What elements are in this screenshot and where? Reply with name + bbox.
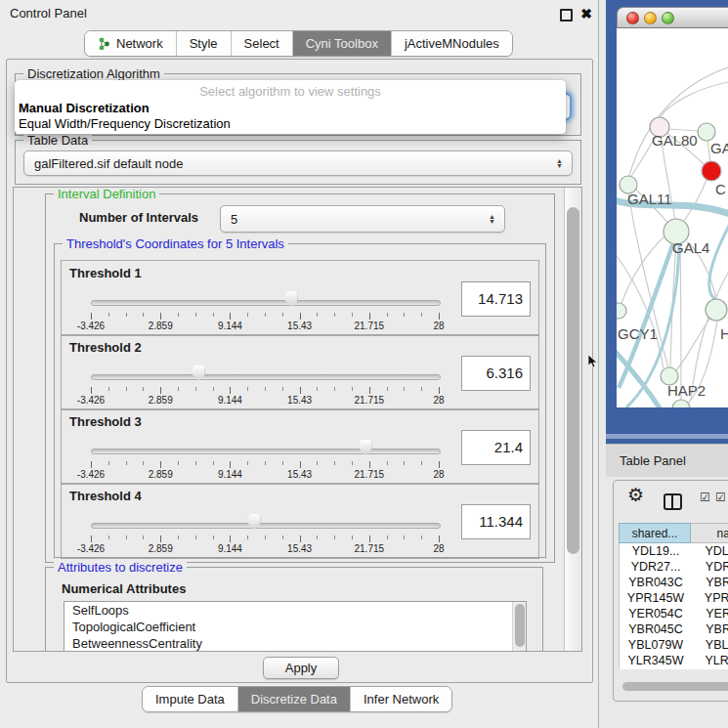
tab-jactivemnodules-label: jActiveMNodules xyxy=(405,36,499,51)
table-panel-title: Table Panel xyxy=(620,445,686,477)
cell-shared: YBR045C xyxy=(620,621,692,637)
slider-axis-labels: -3.426 2.859 9.144 15.43 21.715 28 xyxy=(91,543,439,555)
float-window-icon[interactable] xyxy=(560,9,573,21)
table-row[interactable]: YDL19...YDL194W xyxy=(620,543,728,559)
interval-definition-group: Interval Definition Number of Intervals … xyxy=(45,193,555,563)
checkbox-icon[interactable]: ☑ xyxy=(700,491,710,504)
table-row[interactable]: YER054CYER054C xyxy=(620,606,728,621)
scrollpane-scrollbar-track[interactable] xyxy=(564,188,581,651)
table-row[interactable]: YIL052CYIL052C xyxy=(620,668,728,669)
axis-tick: 21.715 xyxy=(355,469,385,480)
number-of-intervals-combobox[interactable]: 5 ▲▼ xyxy=(220,205,505,233)
cell-shared: YDL19... xyxy=(620,543,692,559)
threshold-4-value-field[interactable]: 11.344 xyxy=(461,504,531,539)
table-hscrollbar-thumb[interactable] xyxy=(622,682,728,691)
apply-button[interactable]: Apply xyxy=(263,657,339,679)
algorithm-option-equal-width[interactable]: Equal Width/Frequency Discretization xyxy=(19,116,231,131)
table-data-combobox[interactable]: galFiltered.sif default node ▲▼ xyxy=(23,150,573,176)
axis-tick: 15.43 xyxy=(287,321,312,331)
tab-impute-data-label: Impute Data xyxy=(155,692,225,707)
table-row[interactable]: YBR045CYBR045C xyxy=(620,621,728,637)
tab-jactivemnodules[interactable]: jActiveMNodules xyxy=(391,31,512,56)
algorithm-popup-hint[interactable]: Select algorithm to view settings xyxy=(15,84,566,99)
cell-name: YER054C xyxy=(692,606,728,621)
threshold-2-value-field[interactable]: 6.316 xyxy=(461,356,531,391)
threshold-2-slider-thumb[interactable] xyxy=(193,365,205,381)
numerical-attributes-list: SelfLoops TopologicalCoefficient Between… xyxy=(64,601,527,652)
window-title: Control Panel xyxy=(10,0,87,27)
tab-network-label: Network xyxy=(116,36,163,51)
table-row[interactable]: YLR345WYLR345W xyxy=(620,653,728,668)
node-label-hap2: HAP2 xyxy=(667,382,706,399)
axis-tick: 9.144 xyxy=(218,469,242,480)
scrollpane-scrollbar-thumb[interactable] xyxy=(567,207,579,554)
threshold-4-slider-thumb[interactable] xyxy=(248,514,261,530)
tab-impute-data[interactable]: Impute Data xyxy=(143,687,237,711)
tab-network[interactable]: Network xyxy=(85,31,176,56)
threshold-1-slider-thumb[interactable] xyxy=(285,291,298,307)
node-label-gal-partial: GAL xyxy=(710,140,728,156)
axis-tick: 2.859 xyxy=(149,469,173,480)
list-item-selfloops[interactable]: SelfLoops xyxy=(64,602,526,619)
list-scrollbar-thumb[interactable] xyxy=(515,604,525,647)
cell-name: YBR045C xyxy=(692,621,728,637)
cell-shared: YER054C xyxy=(620,606,692,621)
tab-select[interactable]: Select xyxy=(231,31,292,56)
algorithm-option-manual[interactable]: Manual Discretization xyxy=(19,101,150,115)
gear-icon[interactable]: ⚙ xyxy=(627,484,644,506)
threshold-1-label: Threshold 1 xyxy=(69,266,142,280)
table-row[interactable]: YBL079WYBL079W xyxy=(620,637,728,653)
table-data-selected-value: galFiltered.sif default node xyxy=(34,151,183,175)
tab-style-label: Style xyxy=(190,36,218,51)
column-header-shared[interactable]: shared... xyxy=(619,523,691,543)
table-row[interactable]: YDR27...YDR277C xyxy=(620,559,728,575)
tab-select-label: Select xyxy=(244,36,279,51)
minimize-traffic-light-icon[interactable] xyxy=(644,12,657,24)
threshold-3-slider-thumb[interactable] xyxy=(360,440,372,455)
node-label-c-partial: C xyxy=(715,181,726,197)
slider-major-ticks xyxy=(91,387,441,394)
column-header-name[interactable]: name xyxy=(691,523,728,543)
threshold-1-value-field[interactable]: 14.713 xyxy=(461,281,531,317)
tab-style[interactable]: Style xyxy=(176,31,231,56)
network-canvas[interactable]: GAL80 GAL C GAL11 GAL4 GCY1 H HAP2 xyxy=(617,28,728,407)
axis-tick: 28 xyxy=(433,469,444,480)
table-data-group: Table Data galFiltered.sif default node … xyxy=(15,140,581,185)
threshold-3-value-field[interactable]: 21.4 xyxy=(461,430,531,465)
node-top-right[interactable] xyxy=(698,123,715,141)
list-item-topologicalcoefficient[interactable]: TopologicalCoefficient xyxy=(64,619,526,635)
tab-discretize-data[interactable]: Discretize Data xyxy=(237,687,350,711)
table-data-group-title: Table Data xyxy=(23,133,92,148)
cyni-bottom-tabbar: Impute Data Discretize Data Infer Networ… xyxy=(142,686,452,712)
close-icon[interactable]: ✖ xyxy=(580,5,592,22)
checkbox-icon[interactable]: ☑ xyxy=(715,491,726,504)
table-row[interactable]: YPR145WYPR145W xyxy=(620,590,728,606)
list-scrollbar-track[interactable] xyxy=(512,602,526,652)
control-panel-tabbar: Network Style Select Cyni Toolbox jActiv… xyxy=(84,30,513,57)
node-red-selected[interactable] xyxy=(702,161,721,181)
slider-major-ticks xyxy=(91,535,441,542)
combo-stepper-icon: ▲▼ xyxy=(489,214,495,224)
node-h[interactable] xyxy=(706,299,727,321)
node-gcy1[interactable] xyxy=(617,303,626,319)
combo-stepper-icon: ▲▼ xyxy=(556,158,563,168)
tab-infer-network[interactable]: Infer Network xyxy=(350,687,451,711)
cell-name: YDL194W xyxy=(692,543,728,559)
axis-tick: -3.426 xyxy=(77,469,105,480)
slider-major-ticks xyxy=(91,313,441,320)
table-hscrollbar-track[interactable] xyxy=(619,681,728,693)
list-item-betweennesscentrality[interactable]: BetweennessCentrality xyxy=(64,635,526,652)
zoom-traffic-light-icon[interactable] xyxy=(662,12,674,24)
numerical-attributes-label: Numerical Attributes xyxy=(62,581,186,596)
tab-cyni-toolbox-label: Cyni Toolbox xyxy=(306,36,378,51)
column-manager-icon[interactable] xyxy=(664,493,682,510)
table-row[interactable]: YBR043CYBR043C xyxy=(620,575,728,590)
tab-cyni-toolbox[interactable]: Cyni Toolbox xyxy=(292,31,391,56)
cell-shared: YPR145W xyxy=(620,590,692,606)
node-bottom[interactable] xyxy=(672,400,690,407)
close-traffic-light-icon[interactable] xyxy=(626,12,639,24)
network-window-titlebar[interactable] xyxy=(617,7,728,28)
thresholds-group: Threshold's Coordinates for 5 Intervals … xyxy=(54,243,546,558)
network-icon xyxy=(98,37,110,50)
thresholds-group-title: Threshold's Coordinates for 5 Intervals xyxy=(63,236,288,251)
